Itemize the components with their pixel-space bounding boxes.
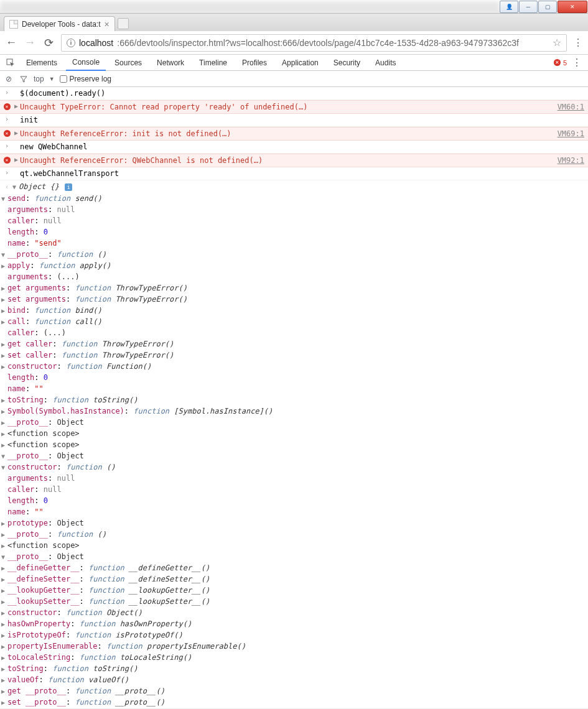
devtools-tab-elements[interactable]: Elements [20, 55, 63, 71]
url-input[interactable]: i localhost:666/devtools/inspector.html?… [61, 34, 567, 52]
inspect-element-icon[interactable] [4, 58, 17, 67]
object-property[interactable]: length: 0 [1, 372, 588, 383]
titlebar-blur-region [1, 1, 498, 12]
devtools-tab-application[interactable]: Application [276, 55, 325, 71]
object-property[interactable]: ▶set __proto__: function __proto__() [1, 697, 588, 708]
devtools-tab-sources[interactable]: Sources [108, 55, 148, 71]
context-selector[interactable]: top [34, 75, 44, 83]
object-property[interactable]: ▶prototype: Object [1, 517, 588, 529]
expand-arrow-icon[interactable]: ▶ [12, 101, 20, 111]
object-property[interactable]: ▼__proto__: Object [1, 551, 588, 562]
object-property[interactable]: ▶constructor: function Object() [1, 607, 588, 618]
error-source-link[interactable]: VM92:1 [558, 155, 584, 166]
object-property[interactable]: ▶<function scope> [1, 540, 588, 551]
devtools-tab-security[interactable]: Security [327, 55, 366, 71]
object-property[interactable]: arguments: null [1, 473, 588, 484]
back-button[interactable]: ← [5, 37, 17, 49]
browser-menu-button[interactable]: ⋮ [573, 37, 583, 49]
object-property[interactable]: ▶isPrototypeOf: function isPrototypeOf() [1, 629, 588, 641]
object-property[interactable]: ▶bind: function bind() [1, 305, 588, 316]
object-property[interactable]: ▶<function scope> [1, 439, 588, 450]
info-icon[interactable]: i [65, 183, 72, 191]
input-caret-icon: › [1, 114, 12, 125]
console-row-error: ✕▶Uncaught ReferenceError: QWebChannel i… [0, 154, 588, 167]
object-property[interactable]: ▶set caller: function ThrowTypeError() [1, 350, 588, 361]
bookmark-star-icon[interactable]: ☆ [553, 37, 561, 49]
object-property[interactable]: ▶get caller: function ThrowTypeError() [1, 338, 588, 350]
object-property[interactable]: arguments: null [1, 204, 588, 215]
clear-console-icon[interactable]: ⊘ [4, 75, 14, 83]
expand-arrow-icon[interactable]: ▶ [12, 155, 20, 164]
object-property[interactable]: ▶constructor: function Function() [1, 361, 588, 372]
object-property[interactable]: ▶__defineGetter__: function __defineGett… [1, 562, 588, 573]
console-row-error: ✕▶Uncaught TypeError: Cannot read proper… [0, 100, 588, 114]
site-info-icon[interactable]: i [67, 39, 75, 47]
object-property[interactable]: ▶<function scope> [1, 428, 588, 439]
object-property[interactable]: ▶valueOf: function valueOf() [1, 674, 588, 685]
error-source-link[interactable]: VM69:1 [558, 128, 584, 139]
console-log[interactable]: ›$(document).ready()✕▶Uncaught TypeError… [0, 87, 588, 709]
object-property[interactable]: ▶__lookupSetter__: function __lookupSett… [1, 596, 588, 607]
object-property[interactable]: ▶Symbol(Symbol.hasInstance): function [S… [1, 405, 588, 417]
devtools-tab-timeline[interactable]: Timeline [193, 55, 233, 71]
console-toolbar: ⊘ top ▼ Preserve log [0, 71, 588, 87]
object-property[interactable]: ▶propertyIsEnumerable: function property… [1, 641, 588, 652]
expand-arrow-icon[interactable]: ▶ [12, 128, 20, 137]
forward-button[interactable]: → [24, 37, 36, 49]
address-bar: ← → ⟳ i localhost:666/devtools/inspector… [0, 31, 588, 55]
object-property[interactable]: ▼__proto__: Object [1, 450, 588, 461]
object-property[interactable]: ▶get arguments: function ThrowTypeError(… [1, 282, 588, 294]
reload-button[interactable]: ⟳ [42, 37, 55, 49]
error-message: Uncaught ReferenceError: init is not def… [20, 128, 558, 139]
object-property[interactable]: ▶set arguments: function ThrowTypeError(… [1, 294, 588, 305]
object-property[interactable]: ▶call: function call() [1, 316, 588, 327]
object-property[interactable]: ▼send: function send() [1, 193, 588, 204]
console-object-tree[interactable]: ‹▼Object {} i▼send: function send()argum… [0, 180, 588, 709]
object-property[interactable]: ▶__proto__: Object [1, 417, 588, 428]
console-row-input: ›qt.webChannelTransport [0, 167, 588, 180]
console-row-input: ›init [0, 114, 588, 127]
console-input-echo: qt.webChannelTransport [20, 168, 584, 179]
object-property[interactable]: ▶__proto__: function () [1, 529, 588, 540]
console-row-error: ✕▶Uncaught ReferenceError: init is not d… [0, 127, 588, 141]
object-property[interactable]: length: 0 [1, 495, 588, 506]
user-button[interactable]: 👤 [500, 1, 518, 13]
devtools-tab-audits[interactable]: Audits [369, 55, 402, 71]
preserve-log-checkbox[interactable]: Preserve log [60, 75, 111, 83]
window-titlebar: 👤 ─ ▢ ✕ [0, 0, 588, 14]
object-property[interactable]: ▶__lookupGetter__: function __lookupGett… [1, 585, 588, 596]
object-property[interactable]: ▶toLocaleString: function toLocaleString… [1, 652, 588, 663]
error-count-badge[interactable]: ✕ 5 [554, 59, 567, 67]
object-property[interactable]: arguments: (...) [1, 271, 588, 282]
object-property[interactable]: name: "" [1, 383, 588, 394]
object-property[interactable]: ▼constructor: function () [1, 461, 588, 473]
devtools-tab-profiles[interactable]: Profiles [236, 55, 273, 71]
preserve-log-label: Preserve log [70, 75, 111, 83]
object-property[interactable]: ▶toString: function toString() [1, 663, 588, 674]
browser-tab[interactable]: Developer Tools - data:t × [4, 16, 115, 31]
maximize-button[interactable]: ▢ [538, 1, 557, 13]
object-property[interactable]: caller: null [1, 484, 588, 495]
error-icon: ✕ [4, 103, 11, 110]
tab-title: Developer Tools - data:t [22, 20, 101, 29]
object-property[interactable]: ▼__proto__: function () [1, 249, 588, 260]
devtools-tab-console[interactable]: Console [66, 55, 106, 71]
error-source-link[interactable]: VM60:1 [558, 101, 584, 113]
close-button[interactable]: ✕ [558, 1, 587, 13]
devtools-menu-button[interactable]: ⋮ [572, 57, 582, 68]
minimize-button[interactable]: ─ [519, 1, 538, 13]
close-tab-icon[interactable]: × [105, 19, 110, 29]
object-property[interactable]: caller: null [1, 215, 588, 226]
object-property[interactable]: ▶get __proto__: function __proto__() [1, 685, 588, 697]
object-property[interactable]: ▶toString: function toString() [1, 394, 588, 405]
devtools-tab-network[interactable]: Network [151, 55, 190, 71]
object-property[interactable]: ▶__defineSetter__: function __defineSett… [1, 573, 588, 585]
object-property[interactable]: ▶apply: function apply() [1, 260, 588, 271]
new-tab-button[interactable] [118, 18, 129, 29]
object-property[interactable]: ▶hasOwnProperty: function hasOwnProperty… [1, 618, 588, 629]
object-property[interactable]: length: 0 [1, 226, 588, 238]
object-property[interactable]: name: "" [1, 506, 588, 517]
object-property[interactable]: name: "send" [1, 238, 588, 249]
object-property[interactable]: caller: (...) [1, 327, 588, 338]
filter-icon[interactable] [19, 75, 29, 83]
